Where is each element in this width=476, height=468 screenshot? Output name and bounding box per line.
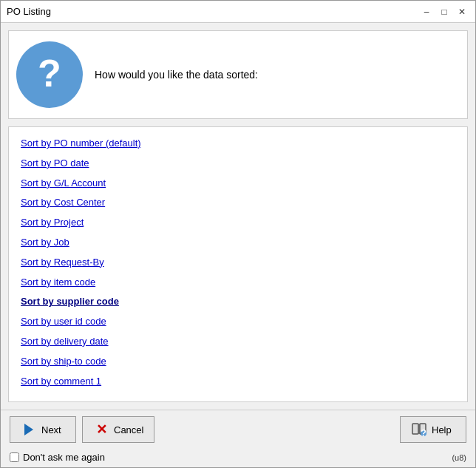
sort-panel: Sort by PO number (default) Sort by PO d… (8, 126, 468, 402)
title-bar: PO Listing – □ ✕ (1, 1, 475, 23)
sort-po-date[interactable]: Sort by PO date (21, 156, 455, 172)
minimize-button[interactable]: – (419, 4, 434, 19)
cancel-button[interactable]: ✕ Cancel (82, 416, 154, 443)
sort-user-id-code[interactable]: Sort by user id code (21, 314, 455, 330)
svg-text:?: ? (421, 427, 426, 436)
cancel-x-icon: ✕ (96, 423, 107, 436)
sort-po-number[interactable]: Sort by PO number (default) (21, 136, 455, 152)
sort-supplier-code[interactable]: Sort by supplier code (21, 294, 455, 310)
question-icon: ? (16, 41, 83, 108)
header-text: How would you like the data sorted: (95, 69, 258, 81)
bottom-left-buttons: Next ✕ Cancel (10, 416, 154, 443)
close-button[interactable]: ✕ (455, 4, 469, 19)
next-button[interactable]: Next (10, 416, 76, 443)
sort-project[interactable]: Sort by Project (21, 215, 455, 231)
next-label: Next (41, 424, 61, 435)
dont-ask-checkbox-label[interactable]: Don't ask me again (10, 452, 105, 463)
cancel-icon: ✕ (93, 421, 109, 438)
sort-request-by[interactable]: Sort by Request-By (21, 255, 455, 271)
title-bar-left: PO Listing (7, 6, 51, 17)
question-mark: ? (38, 54, 61, 92)
checkbox-bar: Don't ask me again (u8) (1, 449, 475, 467)
sort-job[interactable]: Sort by Job (21, 235, 455, 251)
title-bar-controls: – □ ✕ (419, 4, 469, 19)
sort-item-code[interactable]: Sort by item code (21, 275, 455, 291)
help-button[interactable]: ? Help (400, 416, 466, 443)
cancel-label: Cancel (114, 424, 143, 435)
maximize-button[interactable]: □ (437, 4, 452, 19)
dont-ask-label: Don't ask me again (23, 452, 105, 463)
next-icon (21, 421, 37, 438)
window-title: PO Listing (7, 6, 51, 17)
sort-comment-1[interactable]: Sort by comment 1 (21, 374, 455, 390)
sort-gl-account[interactable]: Sort by G/L Account (21, 176, 455, 191)
version-text: (u8) (452, 453, 466, 462)
help-label: Help (432, 424, 452, 435)
header-section: ? How would you like the data sorted: (8, 30, 468, 119)
sort-delivery-date[interactable]: Sort by delivery date (21, 334, 455, 350)
sort-ship-to-code[interactable]: Sort by ship-to code (21, 354, 455, 370)
help-book-icon: ? (411, 421, 427, 438)
sort-cost-center[interactable]: Sort by Cost Center (21, 195, 455, 211)
svg-rect-0 (412, 424, 418, 434)
arrow-right-icon (24, 424, 33, 435)
dont-ask-checkbox[interactable] (10, 452, 19, 462)
main-window: PO Listing – □ ✕ ? How would you like th… (0, 0, 476, 468)
bottom-bar: Next ✕ Cancel ? Help (1, 410, 475, 449)
